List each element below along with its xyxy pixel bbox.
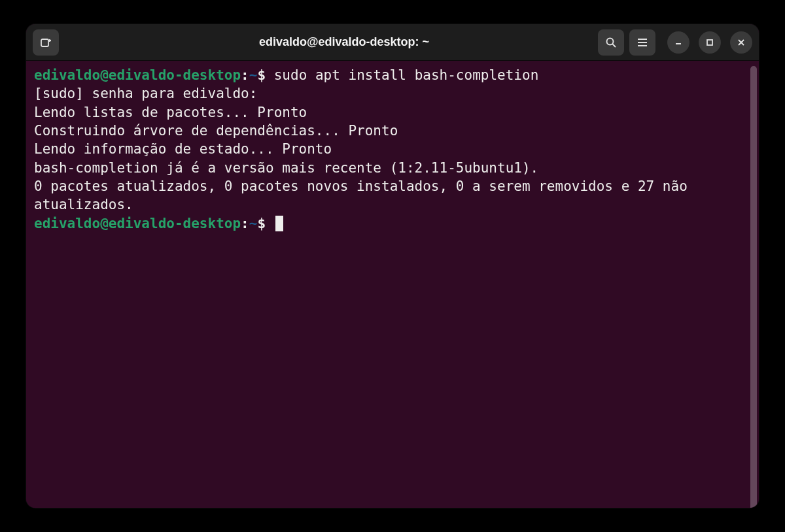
prompt-path: ~	[249, 67, 258, 83]
prompt-colon: :	[241, 216, 249, 231]
hamburger-icon	[637, 37, 648, 48]
close-icon	[737, 38, 746, 47]
prompt-user-host: edivaldo@edivaldo-desktop	[34, 67, 241, 83]
maximize-icon	[705, 38, 714, 47]
cursor	[275, 216, 283, 231]
output-line: [sudo] senha para edivaldo:	[34, 84, 751, 103]
prompt-line-2: edivaldo@edivaldo-desktop:~$	[34, 214, 751, 233]
prompt-colon: :	[241, 67, 249, 83]
window-title: edivaldo@edivaldo-desktop: ~	[96, 35, 593, 49]
terminal-viewport[interactable]: edivaldo@edivaldo-desktop:~$ sudo apt in…	[26, 61, 759, 508]
menu-button[interactable]	[629, 29, 655, 56]
titlebar: edivaldo@edivaldo-desktop: ~	[26, 24, 759, 61]
svg-point-3	[607, 38, 614, 44]
search-button[interactable]	[598, 29, 624, 56]
prompt-symbol: $	[257, 216, 266, 231]
new-tab-button[interactable]	[33, 29, 59, 56]
output-line: Construindo árvore de dependências... Pr…	[34, 122, 751, 140]
output-line: Lendo informação de estado... Pronto	[34, 140, 751, 158]
close-button[interactable]	[730, 31, 752, 54]
output-line: Lendo listas de pacotes... Pronto	[34, 103, 751, 122]
svg-line-4	[613, 44, 616, 47]
terminal-window: edivaldo@edivaldo-desktop: ~	[26, 24, 759, 508]
svg-rect-0	[41, 39, 48, 46]
maximize-button[interactable]	[699, 31, 721, 54]
new-tab-icon	[39, 36, 52, 49]
prompt-path: ~	[249, 216, 258, 231]
prompt-symbol: $	[257, 67, 266, 83]
svg-rect-9	[707, 40, 712, 45]
minimize-icon	[674, 38, 683, 47]
output-line: 0 pacotes atualizados, 0 pacotes novos i…	[34, 177, 751, 214]
search-icon	[605, 37, 617, 48]
output-line: bash-completion já é a versão mais recen…	[34, 159, 751, 177]
minimize-button[interactable]	[667, 31, 689, 54]
command-text: sudo apt install bash-completion	[266, 67, 538, 83]
prompt-user-host: edivaldo@edivaldo-desktop	[34, 216, 241, 231]
scrollbar[interactable]	[750, 66, 757, 508]
command-value: sudo apt install bash-completion	[274, 67, 539, 83]
prompt-line-1: edivaldo@edivaldo-desktop:~$ sudo apt in…	[34, 66, 751, 84]
window-controls	[667, 31, 752, 54]
